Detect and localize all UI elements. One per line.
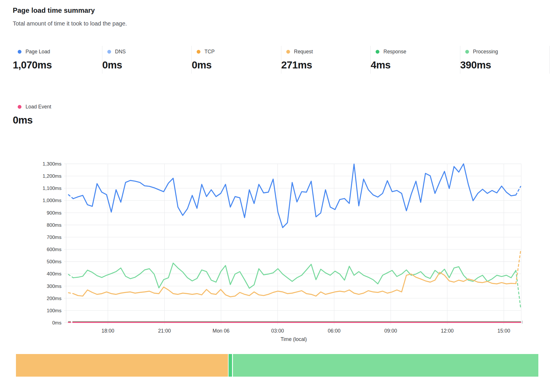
metric-page-load[interactable]: Page Load1,070ms: [13, 46, 102, 74]
x-tick-label: 15:00: [497, 328, 510, 334]
y-tick-label: 0ms: [52, 320, 61, 326]
load-event-legend-dot-icon: [18, 105, 21, 109]
page-subtitle: Total amount of time it took to load the…: [13, 20, 127, 27]
series-dashed-end-page-load: [516, 186, 521, 195]
y-tick-label: 200ms: [47, 296, 61, 301]
series-dashed-start-page-load: [68, 195, 73, 199]
x-tick-label: 18:00: [102, 328, 114, 334]
y-tick-label: 900ms: [47, 210, 61, 216]
y-tick-label: 500ms: [47, 259, 61, 264]
metric-label: Request: [294, 49, 313, 55]
series-dashed-end-processing: [516, 271, 521, 308]
response-legend-dot-icon: [376, 50, 379, 54]
metrics-legend-row: Page Load1,070msDNS0msTCP0msRequest271ms…: [13, 46, 550, 74]
y-tick-label: 800ms: [47, 222, 61, 228]
tcp-legend-dot-icon: [197, 50, 200, 54]
metric-value: 0ms: [192, 59, 281, 71]
y-tick-label: 1,000ms: [43, 198, 61, 203]
metric-label-row: DNS: [102, 48, 192, 55]
metric-label: Processing: [473, 49, 498, 55]
y-tick-label: 100ms: [47, 308, 61, 313]
series-line-request: [73, 272, 516, 297]
metric-tcp[interactable]: TCP0ms: [192, 46, 281, 74]
y-tick-label: 700ms: [47, 235, 61, 240]
metric-label: DNS: [115, 49, 126, 55]
metric-label-row: Request: [281, 48, 371, 55]
metric-value: 390ms: [460, 59, 550, 71]
request-legend-dot-icon: [286, 50, 290, 54]
metric-dns[interactable]: DNS0ms: [102, 46, 192, 74]
metric-value: 1,070ms: [13, 59, 102, 71]
metric-label: TCP: [204, 49, 215, 55]
dns-legend-dot-icon: [107, 50, 111, 54]
y-tick-label: 1,200ms: [43, 173, 61, 179]
metric-label-row: Response: [371, 48, 460, 55]
series-line-page-load: [73, 164, 516, 228]
y-tick-label: 1,100ms: [43, 186, 61, 191]
y-tick-label: 400ms: [47, 271, 61, 277]
x-tick-label: Mon 06: [213, 328, 229, 334]
x-tick-label: 12:00: [441, 328, 454, 334]
page-load-legend-dot-icon: [18, 50, 21, 54]
metric-request[interactable]: Request271ms: [281, 46, 371, 74]
timeline-distribution-bar[interactable]: [16, 354, 538, 377]
bar-green-accent-segment[interactable]: [229, 354, 232, 377]
metric-label: Page Load: [26, 49, 50, 55]
metric-label-row: Page Load: [13, 48, 102, 55]
bar-orange-segment[interactable]: [16, 354, 228, 377]
metric-label: Response: [383, 49, 406, 55]
page-load-time-panel: Page load time summary Total amount of t…: [0, 0, 554, 392]
x-tick-label: 09:00: [384, 328, 397, 334]
load-time-chart[interactable]: 0ms100ms200ms300ms400ms500ms600ms700ms80…: [0, 124, 554, 345]
x-tick-label: 06:00: [328, 328, 341, 334]
metric-response[interactable]: Response4ms: [371, 46, 460, 74]
page-title: Page load time summary: [13, 6, 95, 14]
processing-legend-dot-icon: [465, 50, 469, 54]
series-line-processing: [73, 263, 516, 288]
series-dashed-start-request: [68, 293, 73, 294]
series-dashed-end-request: [516, 251, 521, 284]
metric-processing[interactable]: Processing390ms: [460, 46, 550, 74]
metric-value: 0ms: [102, 59, 192, 71]
x-tick-label: 21:00: [158, 328, 171, 334]
series-dashed-start-processing: [68, 275, 73, 278]
bar-green-segment[interactable]: [233, 354, 538, 377]
metric-value: 4ms: [371, 59, 460, 71]
metric-label-row: Load Event: [13, 103, 102, 110]
y-tick-label: 600ms: [47, 247, 61, 252]
metric-label: Load Event: [26, 104, 51, 110]
x-tick-label: 03:00: [271, 328, 284, 334]
x-axis-title: Time (local): [280, 336, 307, 342]
metric-label-row: Processing: [460, 48, 550, 55]
metric-label-row: TCP: [192, 48, 281, 55]
metric-value: 271ms: [281, 59, 371, 71]
y-tick-label: 300ms: [47, 284, 61, 289]
y-tick-label: 1,300ms: [43, 161, 61, 167]
